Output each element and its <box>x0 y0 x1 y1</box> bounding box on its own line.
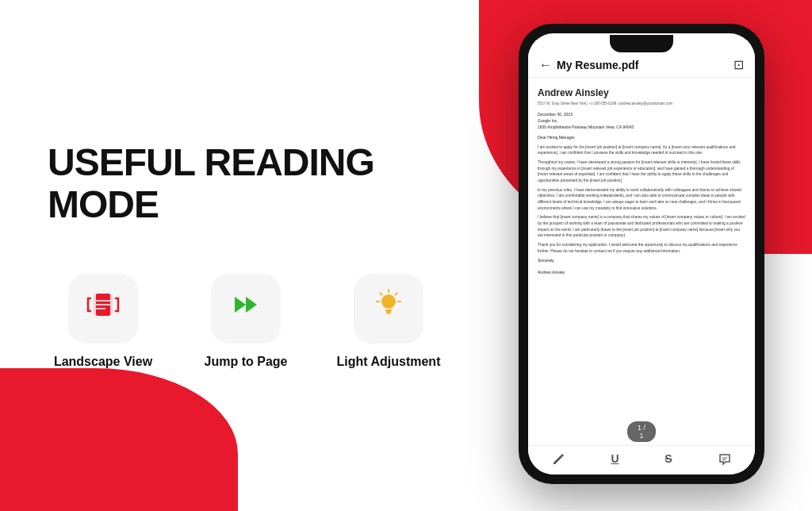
toolbar-strikethrough-icon[interactable]: S <box>665 452 672 467</box>
toolbar-pen-icon[interactable] <box>551 452 565 467</box>
resume-para-2: Throughout my career, I have developed a… <box>538 159 745 184</box>
resume-closing: Sincerely, Andrew Ainsley <box>538 258 745 276</box>
landscape-view-label: Landscape View <box>54 355 152 369</box>
svg-line-13 <box>396 294 397 295</box>
pdf-menu-icon[interactable]: ⊡ <box>733 57 744 72</box>
phone-notch <box>610 35 673 52</box>
light-adjustment-icon <box>371 287 406 329</box>
phone-screen: ← My Resume.pdf ⊡ Andrew Ainsley 5517 W.… <box>528 33 755 474</box>
phone-mockup: ← My Resume.pdf ⊡ Andrew Ainsley 5517 W.… <box>519 24 764 484</box>
resume-para-1: I am excited to apply for the [insert jo… <box>538 144 745 156</box>
pdf-header: ← My Resume.pdf ⊡ <box>528 49 755 78</box>
feature-landscape-view[interactable]: Landscape View <box>48 274 159 369</box>
main-title: USEFUL READING MODE <box>48 142 476 226</box>
resume-contact: 5517 W. Gray Street New York | +1-300-55… <box>538 102 745 107</box>
resume-name: Andrew Ainsley <box>538 86 745 100</box>
resume-greeting: Dear Hiring Manager, <box>538 135 745 141</box>
light-adjustment-icon-wrapper <box>354 274 423 344</box>
jump-to-page-icon-wrapper <box>211 274 281 344</box>
features-row: Landscape View Jump to Page <box>48 274 476 369</box>
light-adjustment-label: Light Adjustment <box>337 355 441 369</box>
resume-company: Google Inc. 1600 Amphitheatre Parkway Mo… <box>538 118 745 130</box>
svg-marker-6 <box>246 297 257 313</box>
pdf-header-left: ← My Resume.pdf <box>539 58 638 72</box>
resume-date: December 30, 2023 <box>538 112 745 118</box>
svg-line-12 <box>380 294 381 295</box>
resume-para-5: Thank you for considering my application… <box>538 242 745 254</box>
left-content-section: USEFUL READING MODE <box>32 0 476 511</box>
jump-to-page-label: Jump to Page <box>205 355 288 369</box>
resume-para-4: I believe that [insert company name] is … <box>538 214 745 239</box>
pdf-toolbar: U S <box>528 445 755 474</box>
feature-light-adjustment[interactable]: Light Adjustment <box>333 274 444 369</box>
feature-jump-to-page[interactable]: Jump to Page <box>190 274 301 369</box>
toolbar-annotation-icon[interactable] <box>718 452 732 467</box>
svg-marker-5 <box>235 297 246 313</box>
svg-point-7 <box>381 294 396 309</box>
pdf-content: Andrew Ainsley 5517 W. Gray Street New Y… <box>528 78 755 421</box>
toolbar-underline-icon[interactable]: U <box>611 452 619 467</box>
resume-para-3: In my previous roles, I have demonstrate… <box>538 187 745 212</box>
back-arrow-icon[interactable]: ← <box>539 58 552 72</box>
pdf-filename: My Resume.pdf <box>557 59 638 71</box>
landscape-view-icon <box>86 289 121 328</box>
page-indicator: 1 / 1 <box>627 421 656 442</box>
phone-outer-shell: ← My Resume.pdf ⊡ Andrew Ainsley 5517 W.… <box>519 24 764 484</box>
jump-to-page-icon <box>228 289 263 328</box>
landscape-view-icon-wrapper <box>68 274 138 344</box>
